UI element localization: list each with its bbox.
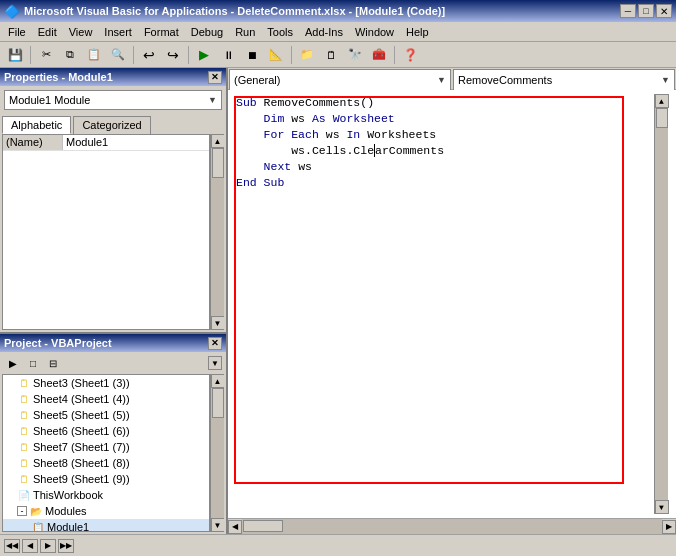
code-hscrollbar: ◀ ▶ (228, 518, 676, 534)
close-button[interactable]: ✕ (656, 4, 672, 18)
indent4 (236, 160, 264, 173)
toolbar-find[interactable]: 🔍 (107, 44, 129, 66)
project-toggle-folders[interactable]: ⊟ (44, 354, 62, 372)
code-scrollbar[interactable]: ▲ ▼ (654, 94, 668, 514)
project-scroll-down[interactable]: ▼ (211, 518, 225, 532)
tree-item-module1[interactable]: 📋 Module1 (3, 519, 209, 532)
kw-end-sub: End Sub (236, 176, 284, 189)
code-object-arrow: ▼ (437, 75, 446, 85)
code-object-value: (General) (234, 74, 280, 86)
modules-expand[interactable]: - (17, 506, 27, 516)
window-title: Microsoft Visual Basic for Applications … (24, 5, 445, 17)
code-indent (236, 112, 264, 125)
menu-debug[interactable]: Debug (185, 24, 229, 40)
code-line-6: End Sub (236, 174, 654, 190)
project-scroll-right[interactable]: ▼ (208, 356, 222, 370)
menu-window[interactable]: Window (349, 24, 400, 40)
nav-next[interactable]: ▶ (40, 539, 56, 553)
minimize-button[interactable]: ─ (620, 4, 636, 18)
properties-scrollbar[interactable]: ▲ ▼ (210, 134, 224, 330)
toolbar-projectexplorer[interactable]: 📁 (296, 44, 318, 66)
toolbar-properties[interactable]: 🗒 (320, 44, 342, 66)
tree-item-modules[interactable]: - 📂 Modules (3, 503, 209, 519)
code-scroll-down[interactable]: ▼ (655, 500, 669, 514)
fn-name: RemoveComments() (264, 96, 374, 109)
toolbar-redo[interactable]: ↪ (162, 44, 184, 66)
code-hscroll-thumb[interactable] (243, 520, 283, 532)
nav-last[interactable]: ▶▶ (58, 539, 74, 553)
var-ws: ws (291, 112, 312, 125)
project-scroll-up[interactable]: ▲ (211, 374, 225, 388)
nav-prev[interactable]: ◀ (22, 539, 38, 553)
code-procedure-value: RemoveComments (458, 74, 552, 86)
menu-tools[interactable]: Tools (261, 24, 299, 40)
project-close-button[interactable]: ✕ (208, 337, 222, 350)
tree-item-sheet3[interactable]: 🗒 Sheet3 (Sheet1 (3)) (3, 375, 209, 391)
properties-scroll-track[interactable] (211, 148, 224, 316)
tree-item-sheet4[interactable]: 🗒 Sheet4 (Sheet1 (4)) (3, 391, 209, 407)
tree-item-thisworkbook[interactable]: 📄 ThisWorkbook (3, 487, 209, 503)
menu-view[interactable]: View (63, 24, 99, 40)
project-scroll-thumb[interactable] (212, 388, 224, 418)
toolbar-undo[interactable]: ↩ (138, 44, 160, 66)
code-content: Sub RemoveComments() Dim ws As Worksheet… (236, 94, 654, 514)
toolbar-help[interactable]: ❓ (399, 44, 421, 66)
tab-alphabetic[interactable]: Alphabetic (2, 116, 71, 134)
project-view-object[interactable]: □ (24, 354, 42, 372)
menu-edit[interactable]: Edit (32, 24, 63, 40)
toolbar-break[interactable]: ⏸ (217, 44, 239, 66)
code-procedure-dropdown[interactable]: RemoveComments ▼ (453, 69, 675, 91)
toolbar-copy[interactable]: ⧉ (59, 44, 81, 66)
code-procedure-arrow: ▼ (661, 75, 670, 85)
tree-item-sheet7[interactable]: 🗒 Sheet7 (Sheet1 (7)) (3, 439, 209, 455)
menu-run[interactable]: Run (229, 24, 261, 40)
toolbar-objectbrowser[interactable]: 🔭 (344, 44, 366, 66)
menu-format[interactable]: Format (138, 24, 185, 40)
code-scroll-thumb[interactable] (656, 108, 668, 128)
toolbar-cut[interactable]: ✂ (35, 44, 57, 66)
properties-scroll-thumb[interactable] (212, 148, 224, 178)
toolbar-sep-3 (188, 46, 189, 64)
code-scroll-track[interactable] (655, 108, 668, 500)
code-scroll-up[interactable]: ▲ (655, 94, 669, 108)
toolbar: 💾 ✂ ⧉ 📋 🔍 ↩ ↪ ▶ ⏸ ⏹ 📐 📁 🗒 🔭 🧰 ❓ (0, 42, 676, 68)
tab-categorized[interactable]: Categorized (73, 116, 150, 134)
toolbar-save[interactable]: 💾 (4, 44, 26, 66)
restore-button[interactable]: □ (638, 4, 654, 18)
code-hscroll-right[interactable]: ▶ (662, 520, 676, 534)
toolbar-paste[interactable]: 📋 (83, 44, 105, 66)
properties-scroll-up[interactable]: ▲ (211, 134, 225, 148)
tree-item-sheet6[interactable]: 🗒 Sheet6 (Sheet1 (6)) (3, 423, 209, 439)
tree-item-sheet8[interactable]: 🗒 Sheet8 (Sheet1 (8)) (3, 455, 209, 471)
menu-addins[interactable]: Add-Ins (299, 24, 349, 40)
menu-bar: File Edit View Insert Format Debug Run T… (0, 22, 676, 42)
menu-help[interactable]: Help (400, 24, 435, 40)
project-title: Project - VBAProject (4, 337, 112, 349)
project-view-code[interactable]: ▶ (4, 354, 22, 372)
code-hscroll-track[interactable] (242, 519, 662, 534)
toolbar-design[interactable]: 📐 (265, 44, 287, 66)
nav-first[interactable]: ◀◀ (4, 539, 20, 553)
tree-label-sheet4: Sheet4 (Sheet1 (4)) (33, 393, 130, 405)
tree-item-sheet9[interactable]: 🗒 Sheet9 (Sheet1 (9)) (3, 471, 209, 487)
tree-label-sheet9: Sheet9 (Sheet1 (9)) (33, 473, 130, 485)
project-hscroll[interactable] (192, 356, 206, 370)
kw-in: In (346, 128, 367, 141)
menu-file[interactable]: File (2, 24, 32, 40)
toolbar-reset[interactable]: ⏹ (241, 44, 263, 66)
module-icon: 📋 (31, 520, 45, 532)
properties-close-button[interactable]: ✕ (208, 71, 222, 84)
toolbar-run[interactable]: ▶ (193, 44, 215, 66)
properties-object-dropdown[interactable]: Module1 Module ▼ (4, 90, 222, 110)
project-scrollbar[interactable]: ▲ ▼ (210, 374, 224, 532)
toolbar-toolbox[interactable]: 🧰 (368, 44, 390, 66)
properties-scroll-down[interactable]: ▼ (211, 316, 225, 330)
code-object-dropdown[interactable]: (General) ▼ (229, 69, 451, 91)
tree-item-sheet5[interactable]: 🗒 Sheet5 (Sheet1 (5)) (3, 407, 209, 423)
obj-worksheets: Worksheets (367, 128, 436, 141)
menu-insert[interactable]: Insert (98, 24, 138, 40)
project-tree: 🗒 Sheet3 (Sheet1 (3)) 🗒 Sheet4 (Sheet1 (… (2, 374, 210, 532)
project-scroll-track[interactable] (211, 388, 224, 518)
code-editor[interactable]: Sub RemoveComments() Dim ws As Worksheet… (228, 90, 676, 518)
code-hscroll-left[interactable]: ◀ (228, 520, 242, 534)
